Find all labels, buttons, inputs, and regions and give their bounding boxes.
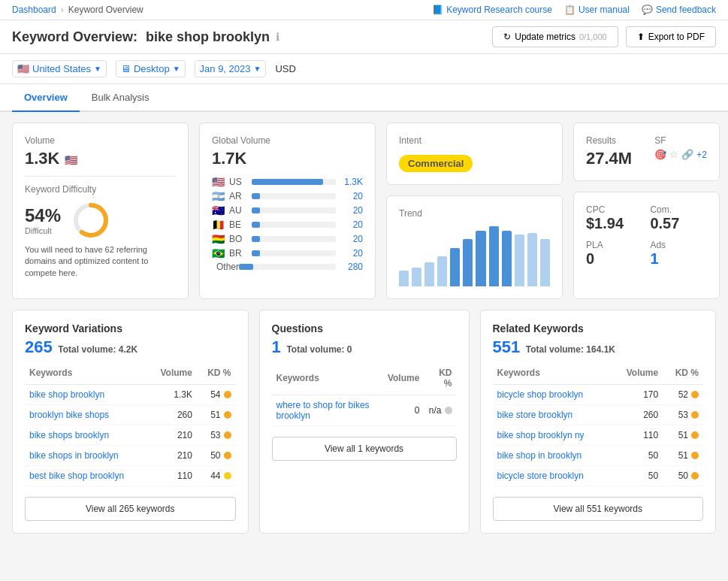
currency-label: USD — [275, 63, 295, 74]
com-metric: Com. 0.57 — [650, 204, 706, 232]
country-flag: 🇦🇺 — [212, 204, 225, 216]
country-row: 🇧🇷 BR 20 — [212, 247, 363, 259]
keyword-link[interactable]: best bike shop brooklyn — [29, 471, 124, 481]
volume-cell: 110 — [612, 425, 663, 446]
kd-number: n/a — [429, 405, 442, 416]
com-label: Com. — [650, 204, 706, 215]
kd-label: Keyword Difficulty — [25, 184, 176, 195]
results-label: Results — [586, 135, 632, 146]
kd-cell: n/a — [424, 395, 456, 426]
kd-number: 51 — [210, 410, 220, 420]
results-card: Results 27.4M SF 🎯 ☆ 🔗 +2 — [573, 123, 720, 181]
table-row: bicycle store brooklyn 50 50 — [493, 466, 704, 486]
kd-cell: 54 — [197, 385, 236, 405]
country-code: AR — [229, 191, 247, 201]
trend-bar — [412, 268, 421, 286]
user-manual-link[interactable]: 📋 User manual — [564, 5, 630, 15]
keyword-link[interactable]: bike shop brooklyn ny — [497, 430, 585, 440]
kw-variations-count: 265 — [25, 337, 53, 356]
keyword-link[interactable]: bicycle shop brooklyn — [497, 389, 584, 400]
keyword-link[interactable]: bike shop in brooklyn — [497, 450, 582, 461]
ads-label: Ads — [650, 240, 706, 250]
date-filter[interactable]: Jan 9, 2023 ▼ — [195, 60, 267, 77]
us-flag-icon: 🇺🇸 — [65, 154, 77, 166]
kd-dot — [691, 472, 699, 480]
export-icon: ⬆ — [637, 32, 645, 42]
country-code: BE — [229, 219, 247, 230]
volume-cell: 50 — [612, 446, 663, 466]
questions-header: Questions 1 Total volume: 0 — [272, 322, 457, 357]
trend-bar — [515, 235, 524, 286]
view-all-questions-button[interactable]: View all 1 keywords — [272, 437, 457, 461]
country-volume: 280 — [340, 262, 363, 272]
tab-bulk-analysis[interactable]: Bulk Analysis — [80, 84, 162, 112]
keyword-link[interactable]: bicycle store brooklyn — [497, 471, 584, 481]
table-row: bike shop brooklyn 1.3K 54 — [25, 385, 236, 405]
info-icon[interactable]: ℹ — [276, 31, 279, 43]
star-icon: ☆ — [669, 149, 678, 160]
manual-icon: 📋 — [564, 5, 575, 15]
country-bar-fill — [252, 222, 260, 228]
keyword-cell: bike store brooklyn — [493, 405, 612, 425]
keyword-cell: bicycle shop brooklyn — [493, 385, 612, 405]
kw-variations-table: Keywords Volume KD % bike shop brooklyn … — [25, 365, 236, 486]
trend-bar — [463, 239, 473, 286]
keyword-link[interactable]: where to shop for bikes brooklyn — [276, 400, 370, 421]
pla-value: 0 — [586, 250, 642, 268]
keyword-link[interactable]: bike shops brooklyn — [29, 430, 109, 440]
global-volume-label: Global Volume — [212, 135, 363, 146]
sf-col: SF 🎯 ☆ 🔗 +2 — [654, 135, 707, 168]
pla-metric: PLA 0 — [586, 240, 642, 268]
view-all-related-button[interactable]: View all 551 keywords — [493, 497, 704, 521]
keyword-link[interactable]: brooklyn bike shops — [29, 410, 109, 420]
view-all-variations-button[interactable]: View all 265 keywords — [25, 497, 236, 521]
country-row: 🇺🇸 US 1.3K — [212, 176, 363, 188]
country-bar-container — [252, 222, 336, 228]
country-bar-fill — [252, 236, 260, 242]
breadcrumb-dashboard[interactable]: Dashboard — [12, 5, 56, 15]
country-flag: 🇧🇷 — [212, 247, 225, 259]
table-row: where to shop for bikes brooklyn 0 n/a — [272, 395, 457, 426]
country-code: AU — [229, 205, 247, 216]
tab-overview[interactable]: Overview — [12, 84, 80, 112]
refresh-icon: ↻ — [503, 32, 511, 42]
keyword-variations-card: Keyword Variations 265 Total volume: 4.2… — [12, 310, 249, 534]
update-count: 0/1,000 — [579, 32, 607, 41]
pla-label: PLA — [586, 240, 642, 250]
country-volume: 20 — [340, 191, 363, 201]
update-metrics-button[interactable]: ↻ Update metrics 0/1,000 — [492, 26, 618, 47]
keyword-link[interactable]: bike shop brooklyn — [29, 389, 104, 400]
volume-cell: 170 — [612, 385, 663, 405]
sf-icons: 🎯 ☆ 🔗 +2 — [654, 149, 707, 160]
kw-variations-title: Keyword Variations — [25, 322, 236, 334]
related-keywords-table: Keywords Volume KD % bicycle shop brookl… — [493, 365, 704, 486]
cpc-label: CPC — [586, 204, 642, 215]
country-filter[interactable]: 🇺🇸 United States ▼ — [12, 60, 107, 77]
table-row: bike shop in brooklyn 50 51 — [493, 446, 704, 466]
kd-cell: 53 — [197, 425, 236, 446]
chevron-down-icon: ▼ — [254, 65, 261, 73]
country-row: Other 280 — [212, 262, 363, 272]
country-volume: 1.3K — [340, 177, 363, 187]
related-keywords-card: Related Keywords 551 Total volume: 164.1… — [480, 310, 717, 534]
kd-cell: 51 — [663, 446, 703, 466]
country-volume: 20 — [340, 205, 363, 216]
keyword-link[interactable]: bike shops in brooklyn — [29, 450, 119, 461]
kd-section: 54% Difficult — [25, 201, 176, 240]
send-feedback-link[interactable]: 💬 Send feedback — [642, 5, 716, 15]
kd-number: 50 — [210, 450, 220, 461]
feedback-icon: 💬 — [642, 5, 653, 15]
kd-info: You will need to have 62 referring domai… — [25, 244, 176, 279]
trend-bar — [540, 239, 550, 286]
country-bar-fill — [239, 264, 253, 270]
kd-cell: 50 — [663, 466, 703, 486]
keyword-link[interactable]: bike store brooklyn — [497, 410, 573, 420]
export-pdf-button[interactable]: ⬆ Export to PDF — [626, 26, 716, 47]
country-volume: 20 — [340, 248, 363, 259]
device-filter[interactable]: 🖥 Desktop ▼ — [116, 60, 186, 77]
volume-cell: 210 — [148, 425, 197, 446]
keyword-research-link[interactable]: 📘 Keyword Research course — [432, 5, 552, 15]
plus-more: +2 — [696, 150, 707, 160]
keyword-cell: bike shops in brooklyn — [25, 446, 148, 466]
volume-cell: 260 — [612, 405, 663, 425]
